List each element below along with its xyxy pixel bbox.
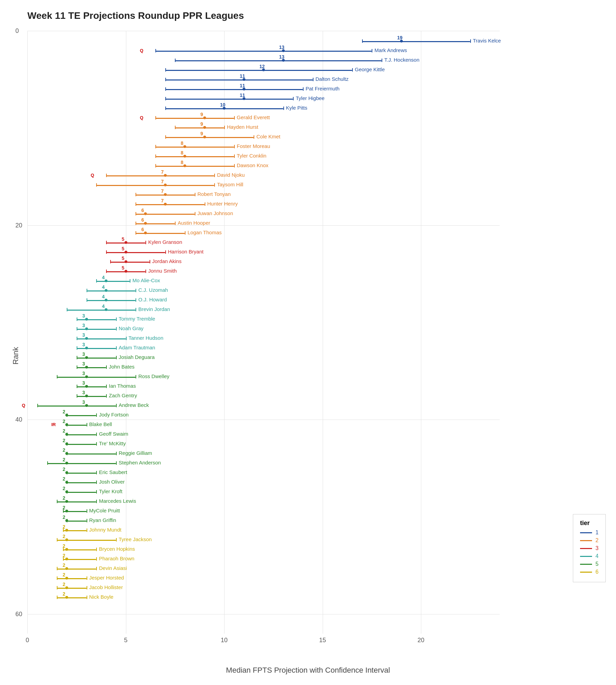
median-dot — [65, 462, 68, 464]
median-value-label: 8 — [181, 150, 183, 155]
ci-cap-right — [234, 154, 235, 158]
median-dot — [85, 356, 88, 359]
ci-line — [96, 281, 130, 282]
legend-item: 6 — [580, 569, 599, 575]
median-value-label: 2 — [63, 476, 65, 482]
ci-cap-right — [234, 116, 235, 120]
median-dot — [85, 375, 88, 378]
ci-cap-left — [87, 289, 87, 292]
player-label: Robert Tonyan — [197, 191, 231, 197]
median-value-label: 2 — [63, 447, 65, 453]
ci-cap-right — [382, 59, 382, 62]
ci-cap-left — [57, 576, 57, 580]
median-dot — [125, 251, 127, 253]
median-value-label: 2 — [63, 534, 65, 539]
legend-item: 2 — [580, 537, 599, 544]
ci-cap-left — [57, 538, 57, 541]
median-dot — [65, 490, 68, 493]
ci-line — [77, 396, 106, 397]
ci-cap-right — [136, 308, 136, 311]
median-value-label: 2 — [63, 553, 65, 558]
ci-line — [67, 521, 87, 522]
ci-line — [96, 185, 214, 186]
ci-line — [155, 118, 234, 119]
player-label: Hayden Hurst — [227, 124, 258, 130]
ci-line — [165, 99, 293, 100]
median-value-label: 3 — [82, 342, 85, 347]
median-dot — [65, 577, 68, 580]
player-label: Taysom Hill — [217, 182, 243, 187]
ci-cap-right — [254, 135, 254, 139]
player-label: Marcedes Lewis — [99, 498, 136, 504]
player-label: C.J. Uzomah — [138, 287, 168, 293]
legend-item-label: 2 — [595, 537, 599, 544]
median-dot — [65, 510, 68, 512]
median-value-label: 5 — [122, 246, 125, 251]
ci-cap-left — [77, 327, 77, 331]
player-label: Geoff Swaim — [99, 431, 128, 437]
grid-line-v — [224, 31, 224, 634]
ci-cap-left — [155, 116, 156, 120]
ci-cap-right — [185, 231, 185, 235]
median-dot — [164, 174, 167, 177]
player-label: Pat Freiermuth — [306, 86, 339, 91]
player-label: Eric Saubert — [99, 469, 127, 475]
median-value-label: 5 — [122, 265, 125, 271]
y-axis-label: Rank — [11, 347, 20, 364]
player-label: Nick Boyle — [89, 594, 114, 600]
median-value-label: 3 — [82, 380, 85, 386]
ci-cap-right — [372, 49, 372, 52]
median-value-label: 2 — [63, 591, 65, 597]
player-label: Gerald Everett — [237, 114, 270, 120]
median-dot — [65, 558, 68, 560]
ci-line — [77, 386, 106, 387]
median-value-label: 2 — [63, 409, 65, 414]
legend-color-line — [580, 556, 592, 557]
x-axis-label: Median FPTS Projection with Confidence I… — [226, 666, 390, 675]
ci-line — [175, 60, 382, 61]
ci-cap-left — [106, 174, 107, 177]
median-dot — [164, 193, 167, 196]
ci-cap-right — [87, 586, 87, 589]
median-value-label: 6 — [141, 208, 144, 213]
median-value-label: 2 — [63, 572, 65, 577]
y-axis-tick: 40 — [15, 416, 22, 423]
ci-line — [106, 252, 165, 253]
ci-cap-left — [77, 365, 77, 369]
ci-line — [67, 473, 96, 474]
median-dot — [85, 404, 88, 407]
player-label: Noah Gray — [119, 325, 144, 331]
player-label: Dawson Knox — [237, 162, 269, 168]
ci-cap-right — [116, 346, 117, 350]
ci-line — [165, 70, 352, 71]
median-dot — [125, 260, 127, 263]
player-label: Ian Thomas — [109, 383, 136, 389]
ci-line — [67, 434, 96, 435]
median-value-label: 2 — [63, 505, 65, 510]
player-label: Reggie Gilliam — [119, 450, 152, 456]
legend-title: tier — [580, 520, 599, 527]
ci-cap-left — [165, 135, 166, 139]
ci-line — [57, 597, 86, 598]
ci-line — [106, 175, 214, 176]
median-value-label: 2 — [63, 514, 65, 520]
legend-item: 1 — [580, 530, 599, 536]
median-dot — [144, 222, 147, 225]
player-label: Kylen Granson — [148, 239, 182, 245]
ci-line — [57, 588, 86, 589]
median-value-label: 2 — [63, 543, 65, 549]
ci-cap-left — [110, 260, 111, 263]
y-axis-tick: 0 — [15, 27, 19, 35]
median-value-label: 2 — [63, 419, 65, 424]
ci-cap-right — [96, 548, 97, 551]
ci-cap-left — [106, 241, 107, 244]
median-value-label: 3 — [82, 371, 85, 376]
player-label: Dalton Schultz — [316, 76, 349, 82]
player-label: Hunter Henry — [207, 201, 238, 207]
ci-cap-right — [130, 279, 130, 283]
median-dot — [85, 385, 88, 388]
ci-line — [155, 166, 234, 167]
ci-cap-right — [116, 356, 117, 359]
ci-line — [155, 147, 234, 148]
median-dot — [144, 212, 147, 215]
